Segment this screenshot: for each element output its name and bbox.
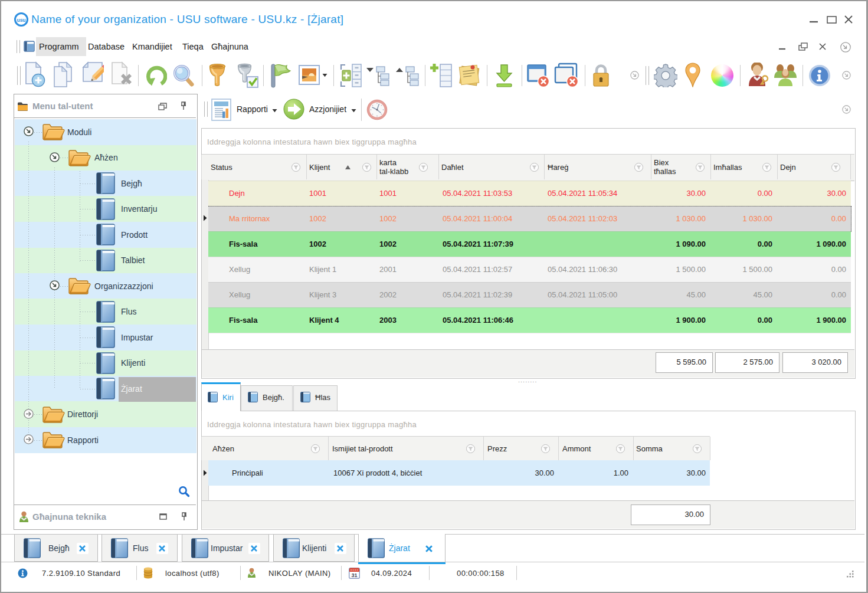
svg-text:usu: usu: [17, 17, 25, 23]
svg-text:31: 31: [351, 572, 357, 578]
